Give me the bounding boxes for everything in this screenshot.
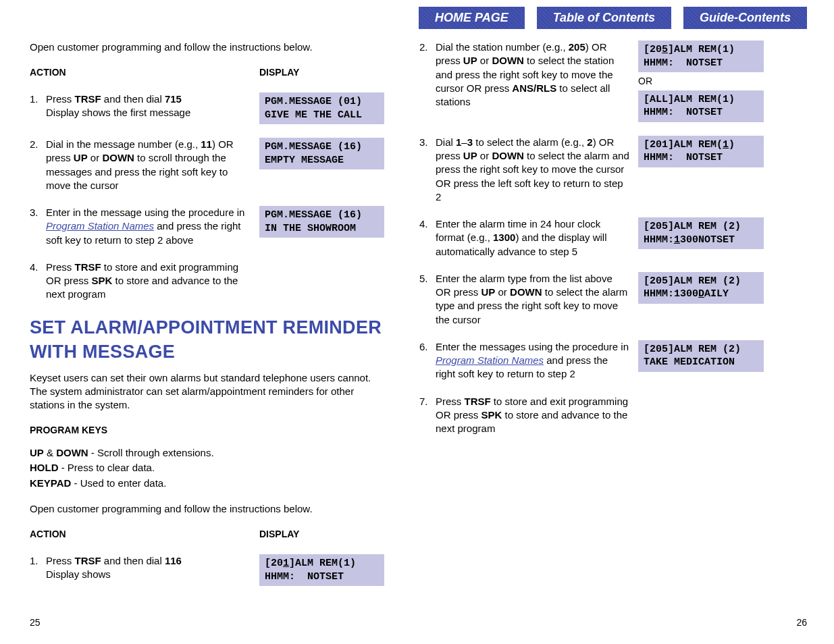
step-text: Enter the alarm type from the list above… <box>436 272 638 327</box>
step-number: 7. <box>419 395 436 408</box>
program-station-names-link[interactable]: Program Station Names <box>46 220 154 232</box>
left-page: Open customer programming and follow the… <box>0 41 390 599</box>
step-number: 4. <box>419 217 436 231</box>
action-header: ACTION <box>30 528 259 541</box>
display-output: [205]ALM REM (2) TAKE MEDICATION <box>638 340 764 372</box>
step-text: Dial the station number (e.g., 205) OR p… <box>436 41 638 109</box>
display-output: [ALL]ALM REM(1) HHMM: NOTSET <box>638 90 764 122</box>
display-output: PGM.MESSAGE (16) IN THE SHOWROOM <box>259 206 384 238</box>
step-text: Press TRSF and then dial 116 Display sho… <box>46 554 259 582</box>
step-text: Enter in the message using the procedure… <box>46 206 259 247</box>
step-text: Enter the alarm time in 24 hour clock fo… <box>436 217 638 259</box>
nav-toc[interactable]: Table of Contents <box>537 7 671 29</box>
step-number: 2. <box>30 138 46 151</box>
display-output: PGM.MESSAGE (16) EMPTY MESSAGE <box>259 138 384 169</box>
step-text: Press TRSF to store and exit programming… <box>436 395 638 436</box>
program-keys-list: UP & DOWN - Scroll through extensions. H… <box>30 446 384 490</box>
step-text: Enter the messages using the procedure i… <box>436 340 638 381</box>
display-output: [205]ALM REM (2) HHMM:1300DAILY <box>638 272 764 304</box>
section-intro: Keyset users can set their own alarms bu… <box>30 371 384 412</box>
or-label: OR <box>638 75 764 88</box>
step-number: 1. <box>30 92 46 106</box>
display-output: [205]ALM REM(1) HHMM: NOTSET <box>638 41 764 72</box>
step-number: 3. <box>30 206 46 219</box>
step-number: 2. <box>419 41 436 54</box>
step-text: Press TRSF and then dial 715 Display sho… <box>46 92 259 120</box>
program-station-names-link[interactable]: Program Station Names <box>436 354 544 366</box>
step-number: 5. <box>419 272 436 286</box>
step-number: 6. <box>419 340 436 354</box>
step-number: 3. <box>419 136 436 149</box>
display-output: [201]ALM REM(1) HHMM: NOTSET <box>638 136 764 167</box>
action-header: ACTION <box>30 66 259 79</box>
step-text: Press TRSF to store and exit programming… <box>46 261 259 302</box>
display-output: [201]ALM REM(1) HHMM: NOTSET <box>259 554 384 586</box>
display-output: [205]ALM REM (2) HHMM:1300NOTSET <box>638 217 764 249</box>
right-page: 2. Dial the station number (e.g., 205) O… <box>390 41 808 599</box>
intro-text: Open customer programming and follow the… <box>30 41 384 54</box>
program-keys-header: PROGRAM KEYS <box>30 424 384 437</box>
section-heading: SET ALARM/APPOINTMENT REMINDER WITH MESS… <box>30 315 384 365</box>
step-text: Dial 1–3 to select the alarm (e.g., 2) O… <box>436 136 638 204</box>
display-header: DISPLAY <box>259 528 299 541</box>
nav-guide[interactable]: Guide-Contents <box>683 7 807 29</box>
step-number: 4. <box>30 261 46 274</box>
display-header: DISPLAY <box>259 66 299 79</box>
page-number-left: 25 <box>30 616 41 629</box>
intro-text-2: Open customer programming and follow the… <box>30 502 384 516</box>
step-number: 1. <box>30 554 46 568</box>
step-text: Dial in the message number (e.g., 11) OR… <box>46 138 259 192</box>
nav-home[interactable]: HOME PAGE <box>419 7 525 29</box>
nav-tabs: HOME PAGE Table of Contents Guide-Conten… <box>419 7 807 29</box>
page-number-right: 26 <box>796 616 807 629</box>
display-output: PGM.MESSAGE (01) GIVE ME THE CALL <box>259 92 384 124</box>
